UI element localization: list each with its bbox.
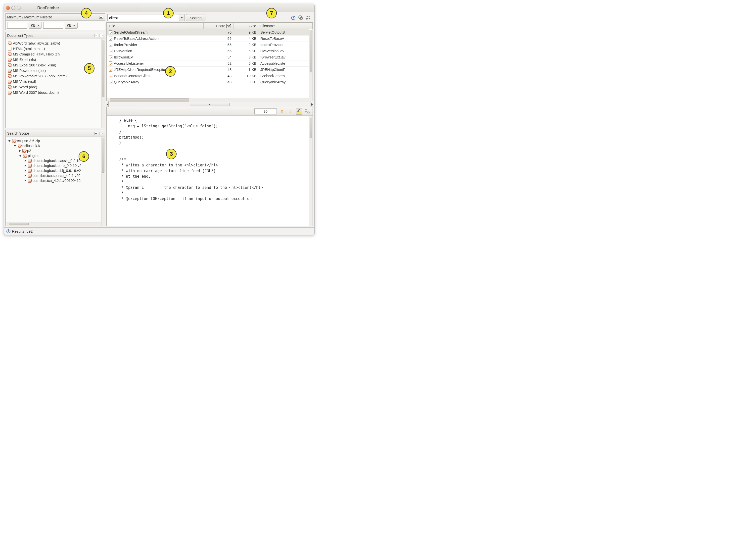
expand-closed-icon[interactable] (25, 164, 26, 167)
tree-item[interactable]: eclipse-3.6 (7, 143, 100, 148)
tree-item-label: com.ibm.icu_4.2.1.v20100412 (33, 178, 81, 183)
table-row[interactable]: ResetToBaseAddressAction554 KBResetToBas… (107, 35, 309, 42)
table-row[interactable]: AccessibleListener526 KBAccessibleListe (107, 60, 309, 67)
checkbox-icon[interactable] (8, 63, 11, 67)
checkbox-icon[interactable] (8, 91, 11, 94)
checkbox-icon[interactable] (8, 58, 11, 62)
scrollbar-horizontal[interactable] (6, 222, 101, 226)
minimize-panel-icon[interactable] (99, 16, 103, 19)
doctype-item[interactable]: MS Powerpoint 2007 (pptx, pptm) (7, 74, 100, 79)
checkbox-icon[interactable] (8, 53, 11, 56)
preview-text[interactable]: } else { msg = lStrings.getString("value… (107, 116, 309, 204)
column-filename[interactable]: Filename (258, 23, 313, 29)
expand-open-icon[interactable] (8, 140, 11, 142)
expand-closed-icon[interactable] (19, 149, 21, 152)
maximize-icon[interactable] (17, 6, 21, 10)
settings-icon[interactable] (298, 16, 303, 20)
doctype-item[interactable]: MS Word (doc) (7, 84, 100, 90)
table-row[interactable]: ServletOutputStream769 KBServletOutputS (107, 29, 309, 35)
table-row[interactable]: BorlandGenerateClient4810 KBBorlandGener… (107, 73, 309, 79)
scrollbar-horizontal[interactable] (107, 98, 313, 102)
tree-item[interactable]: com.ibm.icu_4.2.1.v20100412 (7, 178, 100, 183)
checkbox-icon[interactable] (8, 41, 11, 45)
tree-item[interactable]: ch.qos.logback.slf4j_0.9.19.v2 (7, 168, 100, 173)
doctype-label: MS Word 2007 (docx, docm) (13, 90, 59, 94)
doctype-item[interactable]: MS Compiled HTML Help (ch (7, 52, 100, 57)
table-row[interactable]: IIndexProvider552 KBIIndexProvider. (107, 42, 309, 48)
expand-closed-icon[interactable] (25, 160, 26, 162)
expand-open-icon[interactable] (19, 155, 22, 157)
tree-item[interactable]: com.ibm.icu.source_4.2.1.v20 (7, 173, 100, 178)
max-size-unit-combo[interactable]: KB (65, 22, 78, 29)
close-icon[interactable] (6, 6, 10, 10)
minimize-icon[interactable] (11, 6, 16, 10)
min-size-unit-combo[interactable]: KB (29, 22, 42, 29)
minimize-panel-icon[interactable] (94, 132, 98, 135)
checkbox-icon[interactable] (23, 154, 27, 158)
expand-closed-icon[interactable] (25, 169, 26, 172)
doctype-label: AbiWord (abw, abw.gz, zabw) (13, 41, 60, 45)
expand-closed-icon[interactable] (25, 174, 26, 177)
doctype-item[interactable]: AbiWord (abw, abw.gz, zabw) (7, 40, 100, 46)
maximize-panel-icon[interactable] (99, 34, 103, 37)
checkbox-icon[interactable] (28, 179, 32, 183)
scrollbar-vertical[interactable] (309, 116, 313, 226)
table-row[interactable]: IBrowserExt543 KBIBrowserExt.jav (107, 54, 309, 60)
tree-item-label: ch.qos.logback.classic_0.9.19 (33, 159, 81, 163)
layout-toggle[interactable] (304, 108, 311, 115)
collapse-icon[interactable] (306, 16, 310, 20)
document-icon (109, 55, 112, 59)
column-title[interactable]: Title (107, 23, 204, 29)
checkbox-icon[interactable] (12, 139, 16, 143)
result-score: 52 (204, 60, 233, 66)
checkbox-icon[interactable] (28, 174, 32, 178)
scrollbar-vertical[interactable] (309, 30, 313, 102)
maximize-panel-icon[interactable] (99, 132, 103, 135)
doctype-item[interactable]: MS Excel (xls) (7, 57, 100, 62)
shapes-icon (305, 109, 310, 113)
prev-match-button[interactable]: ⇧ (279, 108, 285, 115)
min-size-input[interactable] (7, 22, 27, 29)
checkbox-icon[interactable] (8, 80, 11, 84)
table-header-row: Title Score [%] Size Filename (107, 23, 313, 29)
checkbox-icon[interactable] (28, 169, 32, 173)
doctype-item[interactable]: MS Visio (vsd) (7, 79, 100, 84)
app-window: DocFetcher 4 1 7 5 2 6 3 Minimum / Maxim… (4, 4, 315, 235)
checkbox-icon[interactable] (18, 144, 21, 148)
search-button[interactable]: Search (186, 14, 205, 21)
checkbox-icon[interactable] (8, 47, 11, 51)
expand-open-icon[interactable] (14, 145, 16, 147)
table-row[interactable]: CvsVersion556 KBCvsVersion.jav (107, 48, 309, 54)
scrollbar-vertical[interactable] (101, 39, 105, 128)
doctype-item[interactable]: MS Word 2007 (docx, docm) (7, 90, 100, 95)
doctype-item[interactable]: HTML (html, htm, ..) (7, 46, 100, 52)
doctype-label: MS Visio (vsd) (13, 80, 36, 84)
column-size[interactable]: Size (233, 23, 258, 29)
table-row[interactable]: JREHttpClientRequiredException481 KBJREH… (107, 67, 309, 73)
checkbox-icon[interactable] (8, 85, 11, 89)
tree-item[interactable]: ch.qos.logback.core_0.9.19.v2 (7, 163, 100, 168)
checkbox-icon[interactable] (8, 74, 11, 78)
result-filename: BorlandGenera (258, 73, 309, 79)
minimize-panel-icon[interactable] (94, 34, 98, 37)
splitter-horizontal[interactable] (107, 103, 313, 107)
max-size-input[interactable] (43, 22, 63, 29)
table-row[interactable]: QueryableArray483 KBQueryableArray (107, 79, 309, 85)
next-match-button[interactable]: ⇩ (287, 108, 294, 115)
checkbox-icon[interactable] (28, 159, 32, 163)
tree-item[interactable]: eclipse-3.6.zip (7, 138, 100, 143)
tree-item-label: p2 (27, 149, 31, 153)
checkbox-icon[interactable] (8, 69, 11, 73)
checkbox-icon[interactable] (22, 149, 26, 153)
help-icon[interactable]: ? (291, 16, 295, 20)
search-bar: Search ? (107, 13, 313, 22)
result-filename: ServletOutputS (258, 29, 309, 35)
expand-closed-icon[interactable] (25, 179, 26, 182)
column-score[interactable]: Score [%] (204, 23, 233, 29)
highlight-toggle[interactable] (296, 108, 302, 115)
result-score: 55 (204, 48, 233, 54)
search-history-dropdown[interactable] (179, 15, 184, 21)
checkbox-icon[interactable] (28, 164, 32, 168)
scrollbar-vertical[interactable] (101, 137, 105, 226)
result-score: 48 (204, 67, 233, 73)
